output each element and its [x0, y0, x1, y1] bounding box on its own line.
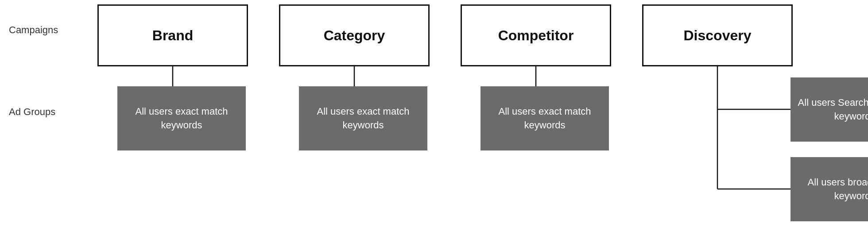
adgroup-competitor-exact: All users exact match keywords	[480, 86, 609, 150]
campaign-category: Category	[279, 4, 430, 66]
adgroup-discovery-broad-match: All users broad match keywords	[790, 157, 868, 221]
campaign-discovery: Discovery	[642, 4, 793, 66]
campaigns-label: Campaigns	[9, 24, 58, 36]
adgroup-discovery-search-match: All users Search Match no keywords	[790, 77, 868, 142]
adgroups-label: Ad Groups	[9, 106, 55, 118]
campaign-brand: Brand	[97, 4, 248, 66]
diagram: Campaigns Ad Groups Brand Category Comp	[0, 0, 868, 239]
campaign-competitor: Competitor	[461, 4, 611, 66]
adgroup-category-exact: All users exact match keywords	[299, 86, 427, 150]
adgroup-brand-exact: All users exact match keywords	[117, 86, 246, 150]
